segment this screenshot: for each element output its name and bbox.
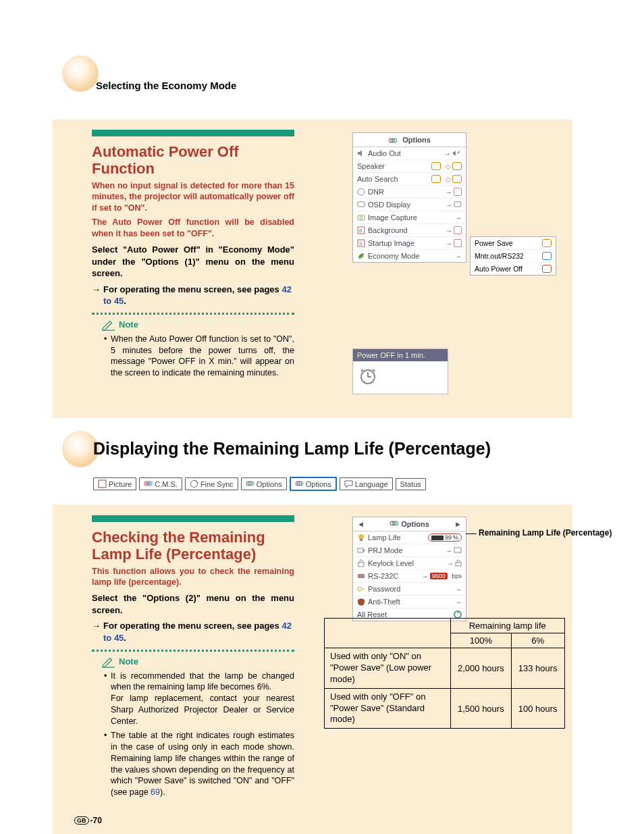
note-heading: Note	[101, 656, 294, 668]
toggle-icon	[542, 252, 552, 260]
note-item-1: It is recommended that the lamp be chang…	[104, 671, 294, 727]
shield-icon	[357, 598, 365, 606]
note-list: When the Auto Power Off function is set …	[104, 334, 294, 380]
tab-picture[interactable]: Picture	[93, 477, 136, 490]
timer-icon	[358, 367, 377, 386]
note-item-2: The table at the right indicates rough e…	[104, 730, 294, 798]
pencil-icon	[101, 319, 116, 331]
display-icon	[357, 201, 365, 209]
tab-cms[interactable]: C.M.S.	[139, 477, 182, 490]
picture-icon	[98, 479, 107, 488]
reference-line: → For operating the menu screen, see pag…	[92, 620, 294, 644]
section-lamp-life: Checking the Remaining Lamp Life (Percen…	[92, 515, 294, 801]
leaf-icon	[357, 252, 365, 260]
region-badge: GB	[74, 816, 89, 825]
tab-language[interactable]: Language	[340, 477, 393, 490]
table-blank-header	[325, 619, 451, 648]
key-icon	[357, 585, 365, 593]
submenu-power-save: Power Save	[471, 237, 556, 250]
svg-rect-27	[360, 539, 363, 541]
svg-rect-4	[358, 202, 365, 207]
svg-rect-5	[454, 202, 461, 207]
osd-title: Options	[353, 133, 466, 147]
economy-submenu: Power Save Mntr.out/RS232 Auto Power Off	[470, 236, 556, 276]
svg-point-16	[190, 481, 197, 488]
table-cell: 133 hours	[511, 648, 564, 689]
table-header-span: Remaining lamp life	[451, 619, 565, 633]
page-number: GB -70	[74, 816, 102, 825]
instruction-text: Select the "Options (2)" menu on the men…	[92, 592, 294, 616]
arrow-icon: →	[92, 620, 101, 644]
svg-point-3	[358, 188, 365, 195]
toggle-icon	[431, 162, 441, 170]
svg-point-7	[360, 217, 363, 219]
pencil-icon	[101, 656, 116, 668]
options-icon	[295, 479, 304, 488]
osd-row-password: Password→	[353, 583, 466, 596]
camera-icon	[357, 213, 365, 221]
tab-fine-sync[interactable]: Fine Sync	[185, 477, 238, 490]
svg-rect-31	[358, 563, 364, 567]
options-icon	[390, 520, 399, 527]
osd-row-lamp-life: Lamp Life 99%	[353, 531, 466, 544]
toggle-icon	[452, 175, 462, 183]
table-desc: Used with only "OFF" on "Power Save" (St…	[325, 688, 451, 729]
osd-options1-menu: Options Audio Out→ Speaker ◇ Auto Search…	[352, 132, 466, 263]
page-link[interactable]: 69	[151, 787, 160, 797]
clock-icon-wrap	[353, 361, 448, 394]
table-row: Used with only "OFF" on "Power Save" (St…	[325, 688, 565, 729]
serial-icon	[357, 572, 365, 580]
table-cell: 2,000 hours	[451, 648, 512, 689]
intro-text-1: When no input signal is detected for mor…	[92, 180, 294, 215]
divider-bar	[92, 515, 294, 522]
table-row: Used with only "ON" on "Power Save" (Low…	[325, 648, 565, 689]
lock-icon	[357, 559, 365, 567]
svg-rect-13	[99, 480, 106, 488]
toggle-icon	[431, 175, 441, 183]
speaker-waves-icon	[452, 150, 462, 157]
osd-row-speaker: Speaker ◇	[353, 160, 466, 173]
svg-rect-30	[454, 548, 461, 552]
intro-text: This function allows you to check the re…	[92, 566, 294, 589]
reference-line: → For operating the menu screen, see pag…	[92, 284, 294, 307]
osd-row-dnr: DNR→	[353, 186, 466, 199]
note-label: Note	[119, 319, 138, 330]
osd-row-auto-search: Auto Search ◇	[353, 173, 466, 186]
svg-text:S: S	[359, 241, 363, 246]
osd-row-economy-mode: Economy Mode→	[353, 250, 466, 262]
screen-icon	[454, 547, 462, 554]
table-col-6: 6%	[511, 633, 564, 648]
page-section-title: Selecting the Economy Mode	[96, 80, 236, 91]
svg-point-26	[358, 534, 364, 540]
osd-row-audio-out: Audio Out→	[353, 147, 466, 160]
osd-row-image-capture: Image Capture→	[353, 211, 466, 224]
intro-text-2: The Auto Power Off function will be disa…	[92, 217, 294, 240]
heading-lamp-life: Checking the Remaining Lamp Life (Percen…	[92, 529, 294, 563]
dotted-divider	[92, 650, 294, 652]
options-icon	[388, 137, 398, 144]
lamp-life-table: Remaining lamp life 100% 6% Used with on…	[324, 618, 565, 729]
heading-auto-power-off: Automatic Power Off Function	[92, 143, 294, 178]
tab-options-2[interactable]: Options	[290, 477, 337, 491]
options-icon	[246, 479, 254, 488]
square-icon	[454, 239, 462, 247]
screen-icon	[454, 201, 462, 208]
toggle-icon	[542, 265, 552, 273]
osd-row-anti-theft: Anti-Theft→	[353, 596, 466, 608]
section-auto-power-off: Automatic Power Off Function When no inp…	[92, 130, 294, 382]
tab-options-1[interactable]: Options	[241, 477, 287, 490]
svg-point-29	[363, 550, 365, 552]
square-icon	[454, 226, 462, 234]
lock-icon	[455, 560, 462, 567]
square-icon	[454, 188, 462, 196]
toggle-icon	[542, 239, 552, 247]
startup-icon: S	[357, 239, 365, 247]
table-desc: Used with only "ON" on "Power Save" (Low…	[325, 648, 451, 689]
tab-status[interactable]: Status	[396, 478, 426, 490]
svg-point-15	[147, 481, 153, 486]
osd-row-keylock: Keylock Level→	[353, 557, 466, 570]
osd-row-rs232c: RS-232C→9600 bps	[353, 570, 466, 583]
sync-icon	[190, 479, 198, 488]
svg-point-34	[358, 587, 362, 591]
reference-text: For operating the menu screen, see pages…	[103, 620, 294, 644]
